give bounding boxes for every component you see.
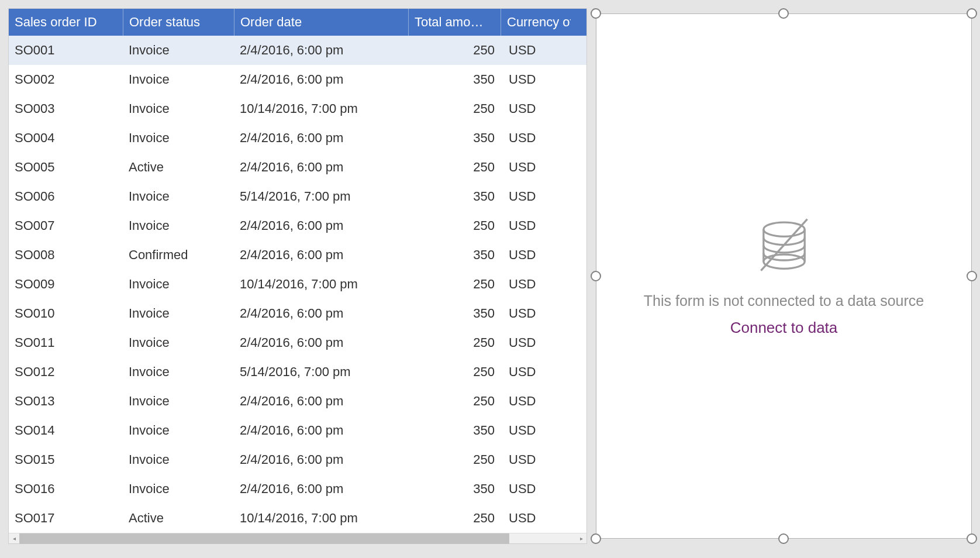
currency-cell: USD [501,452,571,467]
order-id-cell: SO006 [9,189,123,204]
table-row[interactable]: SO011Invoice2/4/2016, 6:00 pm250USD [9,328,586,357]
order-status-cell: Confirmed [123,247,234,263]
horizontal-scroll-thumb[interactable] [19,533,509,544]
order-status-cell: Invoice [123,218,234,233]
table-row[interactable]: SO008Confirmed2/4/2016, 6:00 pm350USD [9,240,586,270]
order-status-cell: Invoice [123,130,234,146]
table-row[interactable]: SO003Invoice10/14/2016, 7:00 pm250USD [9,94,586,123]
currency-cell: USD [501,72,571,87]
resize-handle-bottom-center[interactable] [778,533,789,544]
currency-cell: USD [501,423,571,438]
total-amount-cell: 250 [408,218,501,233]
column-header-order-status[interactable]: Order status [123,9,234,36]
table-row[interactable]: SO001Invoice2/4/2016, 6:00 pm250USD [9,36,586,65]
order-date-cell: 2/4/2016, 6:00 pm [234,335,408,350]
order-date-cell: 2/4/2016, 6:00 pm [234,218,408,233]
order-id-cell: SO003 [9,101,123,116]
table-row[interactable]: SO005Active2/4/2016, 6:00 pm250USD [9,153,586,182]
order-id-cell: SO007 [9,218,123,233]
table-row[interactable]: SO009Invoice10/14/2016, 7:00 pm250USD [9,270,586,299]
order-status-cell: Invoice [123,452,234,467]
total-amount-cell: 350 [408,423,501,438]
order-id-cell: SO016 [9,481,123,497]
currency-cell: USD [501,277,571,292]
total-amount-cell: 250 [408,364,501,380]
total-amount-cell: 250 [408,394,501,409]
total-amount-cell: 350 [408,481,501,497]
table-row[interactable]: SO015Invoice2/4/2016, 6:00 pm250USD [9,445,586,474]
order-id-cell: SO001 [9,43,123,58]
resize-handle-top-left[interactable] [591,8,601,19]
order-id-cell: SO005 [9,160,123,175]
total-amount-cell: 350 [408,306,501,321]
connect-to-data-link[interactable]: Connect to data [730,319,838,337]
table-row[interactable]: SO007Invoice2/4/2016, 6:00 pm250USD [9,211,586,240]
order-date-cell: 2/4/2016, 6:00 pm [234,43,408,58]
total-amount-cell: 350 [408,247,501,263]
table-row[interactable]: SO014Invoice2/4/2016, 6:00 pm350USD [9,416,586,445]
total-amount-cell: 250 [408,511,501,526]
total-amount-cell: 250 [408,101,501,116]
order-status-cell: Active [123,160,234,175]
table-row[interactable]: SO004Invoice2/4/2016, 6:00 pm350USD [9,123,586,153]
table-row[interactable]: SO002Invoice2/4/2016, 6:00 pm350USD [9,65,586,94]
resize-handle-middle-right[interactable] [967,271,977,281]
currency-cell: USD [501,481,571,497]
resize-handle-top-center[interactable] [778,8,789,19]
order-status-cell: Active [123,511,234,526]
order-date-cell: 10/14/2016, 7:00 pm [234,511,408,526]
order-date-cell: 2/4/2016, 6:00 pm [234,452,408,467]
scroll-left-arrow-icon[interactable]: ◂ [9,533,19,544]
order-status-cell: Invoice [123,72,234,87]
total-amount-cell: 350 [408,130,501,146]
order-date-cell: 5/14/2016, 7:00 pm [234,364,408,380]
order-status-cell: Invoice [123,394,234,409]
order-status-cell: Invoice [123,423,234,438]
order-date-cell: 2/4/2016, 6:00 pm [234,481,408,497]
total-amount-cell: 250 [408,335,501,350]
table-row[interactable]: SO013Invoice2/4/2016, 6:00 pm250USD [9,387,586,416]
table-row[interactable]: SO016Invoice2/4/2016, 6:00 pm350USD [9,474,586,504]
order-id-cell: SO013 [9,394,123,409]
sales-orders-grid[interactable]: Sales order ID Order status Order date T… [8,8,587,544]
order-id-cell: SO004 [9,130,123,146]
total-amount-cell: 350 [408,72,501,87]
table-row[interactable]: SO017Active10/14/2016, 7:00 pm250USD [9,504,586,533]
order-id-cell: SO009 [9,277,123,292]
order-date-cell: 10/14/2016, 7:00 pm [234,277,408,292]
order-status-cell: Invoice [123,277,234,292]
order-date-cell: 5/14/2016, 7:00 pm [234,189,408,204]
currency-cell: USD [501,364,571,380]
scroll-right-arrow-icon[interactable]: ▸ [576,533,586,544]
resize-handle-bottom-right[interactable] [967,533,977,544]
grid-header: Sales order ID Order status Order date T… [9,9,586,36]
table-row[interactable]: SO006Invoice5/14/2016, 7:00 pm350USD [9,182,586,211]
order-date-cell: 2/4/2016, 6:00 pm [234,130,408,146]
resize-handle-middle-left[interactable] [591,271,601,281]
order-id-cell: SO011 [9,335,123,350]
order-id-cell: SO002 [9,72,123,87]
order-date-cell: 2/4/2016, 6:00 pm [234,247,408,263]
resize-handle-bottom-left[interactable] [591,533,601,544]
total-amount-cell: 250 [408,277,501,292]
horizontal-scrollbar[interactable]: ◂ ▸ [9,533,586,543]
column-header-total-amount[interactable]: Total amo… [408,9,501,36]
total-amount-cell: 350 [408,189,501,204]
order-id-cell: SO010 [9,306,123,321]
column-header-currency[interactable]: Currency of T [501,9,571,36]
form-empty-message: This form is not connected to a data sou… [644,292,924,309]
order-date-cell: 10/14/2016, 7:00 pm [234,101,408,116]
order-id-cell: SO015 [9,452,123,467]
currency-cell: USD [501,306,571,321]
order-status-cell: Invoice [123,43,234,58]
form-control[interactable]: This form is not connected to a data sou… [596,13,972,539]
column-header-sales-order-id[interactable]: Sales order ID [9,9,123,36]
column-header-order-date[interactable]: Order date [234,9,408,36]
resize-handle-top-right[interactable] [967,8,977,19]
order-status-cell: Invoice [123,481,234,497]
table-row[interactable]: SO012Invoice5/14/2016, 7:00 pm250USD [9,357,586,387]
table-row[interactable]: SO010Invoice2/4/2016, 6:00 pm350USD [9,299,586,328]
order-status-cell: Invoice [123,306,234,321]
grid-body[interactable]: SO001Invoice2/4/2016, 6:00 pm250USDSO002… [9,36,586,533]
currency-cell: USD [501,130,571,146]
